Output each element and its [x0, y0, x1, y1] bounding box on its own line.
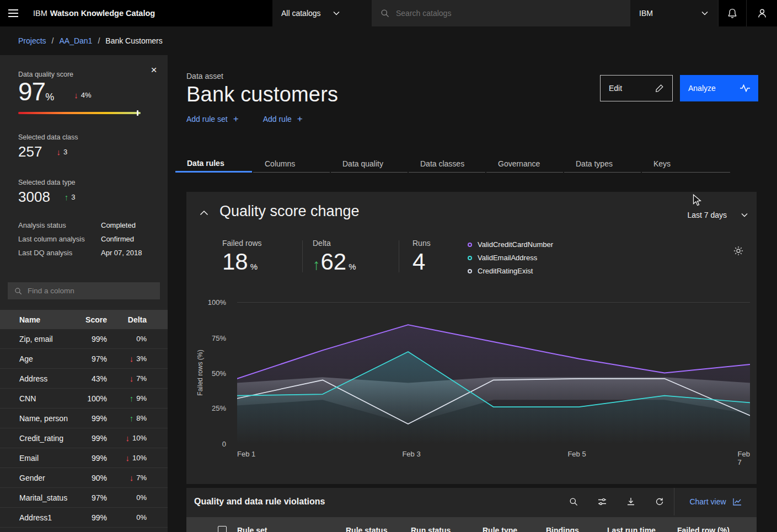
tab-data-quality[interactable]: Data quality: [331, 155, 408, 173]
brand-name: Watson Knowledge Catalog: [50, 9, 155, 18]
quality-score-value: 97% 4%: [18, 78, 91, 105]
analyze-button[interactable]: Analyze: [680, 75, 758, 101]
table-row[interactable]: Credit_rating99%10%: [0, 428, 168, 448]
data-class-delta: 3: [56, 148, 67, 156]
menu-icon[interactable]: [0, 0, 26, 26]
chart-view-toggle[interactable]: Chart view: [674, 488, 757, 515]
quality-score-marker: [137, 110, 138, 116]
catalog-selector-label: All catalogs: [281, 9, 321, 18]
tab-data-types[interactable]: Data types: [564, 155, 641, 173]
settings-button[interactable]: [733, 246, 743, 256]
legend-item[interactable]: ValidCreditCardNumber: [468, 240, 553, 249]
user-button[interactable]: [746, 0, 777, 26]
table-row[interactable]: Address199%0%: [0, 508, 168, 528]
collapse-section-button[interactable]: [200, 208, 211, 217]
main-content: Data asset Bank customers Add rule set A…: [168, 55, 777, 532]
y-tick: 25%: [194, 404, 226, 412]
reset-icon: [655, 497, 664, 506]
table-row[interactable]: Gender90%7%: [0, 468, 168, 488]
legend-item[interactable]: ValidEmailAddress: [468, 254, 553, 262]
search-catalogs-input[interactable]: [396, 9, 621, 18]
table-row[interactable]: Age97%3%: [0, 349, 168, 369]
meta-row: Analysis statusCompleted: [18, 218, 157, 232]
y-tick: 50%: [194, 369, 226, 378]
meta-row: Last DQ analysisApr 07, 2018: [18, 246, 157, 260]
page-title: Bank customers: [186, 83, 338, 106]
search-button[interactable]: [559, 488, 588, 515]
x-tick: Feb 1: [237, 450, 255, 458]
data-class-label: Selected data class: [18, 133, 78, 141]
data-type-label: Selected data type: [18, 179, 76, 186]
table-row[interactable]: Zip, email99%0%: [0, 329, 168, 349]
table-row[interactable]: Email99%10%: [0, 448, 168, 468]
divider: [399, 240, 399, 272]
search-icon: [381, 9, 389, 18]
add-rule-set-link[interactable]: Add rule set: [186, 114, 239, 123]
chevron-down-icon: [701, 11, 708, 15]
tab-data-rules[interactable]: Data rules: [175, 155, 252, 173]
plus-icon: [233, 114, 239, 123]
breadcrumb-separator: /: [52, 36, 54, 45]
activity-icon: [740, 84, 750, 92]
tab-governance[interactable]: Governance: [486, 155, 563, 173]
table-row[interactable]: CNN100%9%: [0, 389, 168, 409]
catalog-selector[interactable]: All catalogs: [272, 0, 372, 26]
reset-button[interactable]: [645, 488, 674, 515]
y-tick: 0: [194, 440, 226, 448]
download-button[interactable]: [617, 488, 645, 515]
add-rule-link[interactable]: Add rule: [263, 114, 303, 123]
add-actions: Add rule set Add rule: [186, 114, 303, 123]
metric-failed-rows: Failed rows 18%: [222, 239, 262, 273]
tab-columns[interactable]: Columns: [253, 155, 330, 173]
breadcrumb-separator: /: [98, 36, 100, 45]
breadcrumb-projects[interactable]: Projects: [18, 36, 46, 45]
edit-button[interactable]: Edit: [600, 75, 673, 101]
quality-score-gradient: [18, 112, 141, 114]
legend-ring-icon: [468, 269, 472, 273]
asset-tabs: Data rules Columns Data quality Data cla…: [175, 155, 730, 173]
plus-icon: [297, 114, 303, 123]
user-icon: [757, 8, 767, 18]
filter-button[interactable]: [588, 488, 617, 515]
data-type-value: 3008 3: [18, 189, 76, 206]
global-search[interactable]: [372, 0, 630, 26]
top-header: IBM Watson Knowledge Catalog All catalog…: [0, 0, 777, 26]
notifications-button[interactable]: [718, 0, 746, 26]
up-arrow-icon: [313, 256, 321, 273]
analysis-meta: Analysis statusCompleted Last column ana…: [18, 218, 157, 260]
violations-table-header: Rule set Rule status Run status Rule typ…: [186, 517, 757, 532]
select-all-checkbox[interactable]: [218, 526, 227, 532]
meta-row: Last column analysisConfirmed: [18, 232, 157, 246]
violations-title: Quality and data rule violations: [194, 497, 325, 507]
breadcrumb-project-name[interactable]: AA_Dan1: [59, 36, 92, 45]
breadcrumb: Projects / AA_Dan1 / Bank Customers: [0, 26, 777, 55]
time-range-selector[interactable]: Last 7 days: [687, 211, 748, 219]
pencil-icon: [655, 84, 664, 93]
table-row[interactable]: Address43%7%: [0, 369, 168, 389]
columns-table-header: Name Score Delta: [0, 310, 168, 329]
x-tick: Feb 7: [738, 450, 750, 466]
breadcrumb-current: Bank Customers: [105, 36, 162, 45]
chart-icon: [733, 498, 742, 506]
table-row[interactable]: Marital_status97%0%: [0, 488, 168, 508]
legend-ring-icon: [468, 243, 472, 247]
card-title: Quality score change: [219, 203, 360, 220]
x-tick: Feb 3: [402, 450, 420, 458]
x-tick: Feb 5: [567, 450, 586, 458]
find-column-input[interactable]: [28, 287, 153, 295]
account-selector-label: IBM: [639, 9, 653, 18]
chevron-down-icon: [333, 11, 340, 15]
table-row[interactable]: Name, person99%8%: [0, 409, 168, 428]
brand-prefix: IBM: [33, 9, 47, 18]
account-selector[interactable]: IBM: [630, 0, 718, 26]
legend-item[interactable]: CreditRatingExist: [468, 267, 553, 275]
metric-runs: Runs 4: [412, 239, 431, 273]
close-icon[interactable]: ×: [147, 63, 161, 77]
find-column-search[interactable]: [8, 282, 160, 299]
y-tick: 75%: [194, 334, 226, 342]
legend-ring-icon: [468, 256, 472, 260]
tab-data-classes[interactable]: Data classes: [409, 155, 485, 173]
mouse-cursor: [693, 194, 703, 207]
tab-keys[interactable]: Keys: [642, 155, 730, 173]
gear-icon: [733, 246, 743, 256]
